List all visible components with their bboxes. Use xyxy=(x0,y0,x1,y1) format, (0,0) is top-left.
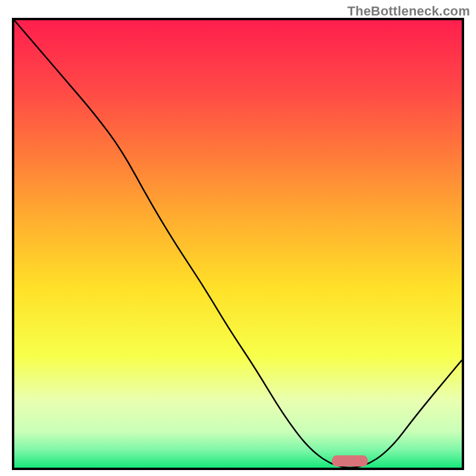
gradient-background xyxy=(14,20,462,468)
chart-container: TheBottleneck.com xyxy=(0,0,476,476)
bottleneck-chart xyxy=(12,18,464,470)
plot-frame xyxy=(12,18,464,470)
watermark-text: TheBottleneck.com xyxy=(347,4,470,19)
optimal-marker xyxy=(332,455,368,466)
